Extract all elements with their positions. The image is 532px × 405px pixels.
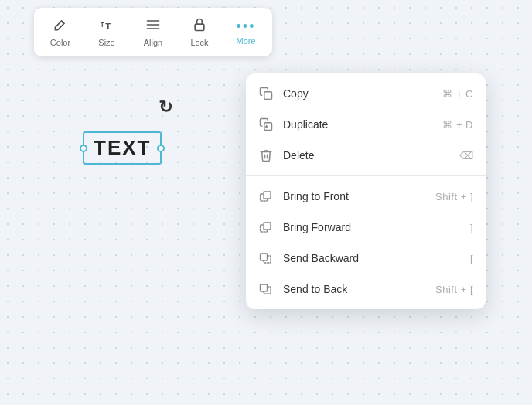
svg-rect-11 bbox=[264, 192, 271, 199]
bring-to-front-shortcut: Shift + ] bbox=[435, 191, 473, 202]
align-icon bbox=[145, 17, 161, 35]
text-content: TEXT bbox=[94, 136, 151, 159]
copy-icon bbox=[258, 86, 274, 101]
toolbar-color[interactable]: Color bbox=[37, 12, 84, 52]
svg-rect-17 bbox=[261, 284, 268, 291]
toolbar-more[interactable]: ••• More bbox=[223, 12, 269, 52]
menu-section-clipboard: Copy ⌘ + C Duplicate ⌘ + D bbox=[246, 73, 486, 175]
svg-text:T: T bbox=[105, 21, 111, 31]
send-to-back-label: Send to Back bbox=[283, 283, 426, 295]
more-label: More bbox=[236, 36, 255, 46]
send-backward-icon bbox=[258, 250, 274, 266]
svg-rect-13 bbox=[264, 223, 271, 230]
size-label: Size bbox=[98, 38, 114, 47]
menu-section-layers: Bring to Front Shift + ] Bring Forward ] bbox=[246, 175, 486, 309]
menu-item-send-to-back[interactable]: Send to Back Shift + [ bbox=[246, 274, 486, 305]
dropdown-menu: Copy ⌘ + C Duplicate ⌘ + D bbox=[246, 73, 486, 309]
menu-item-copy[interactable]: Copy ⌘ + C bbox=[246, 78, 486, 109]
handle-right[interactable] bbox=[157, 145, 165, 152]
color-label: Color bbox=[50, 38, 70, 47]
send-backward-label: Send Backward bbox=[283, 252, 461, 264]
menu-item-bring-to-front[interactable]: Bring to Front Shift + ] bbox=[246, 181, 486, 212]
delete-shortcut: ⌫ bbox=[459, 150, 474, 162]
toolbar-align[interactable]: Align bbox=[130, 12, 176, 52]
menu-item-bring-forward[interactable]: Bring Forward ] bbox=[246, 212, 486, 243]
duplicate-shortcut: ⌘ + D bbox=[442, 119, 473, 131]
lock-label: Lock bbox=[190, 38, 208, 47]
align-label: Align bbox=[144, 38, 162, 47]
copy-label: Copy bbox=[283, 87, 433, 100]
bring-forward-icon bbox=[258, 220, 274, 235]
menu-item-duplicate[interactable]: Duplicate ⌘ + D bbox=[246, 109, 486, 140]
more-icon: ••• bbox=[237, 19, 256, 33]
send-backward-shortcut: [ bbox=[470, 253, 473, 264]
toolbar: Color T T Size Align bbox=[34, 8, 272, 56]
svg-rect-5 bbox=[195, 24, 204, 30]
delete-label: Delete bbox=[283, 149, 450, 162]
copy-shortcut: ⌘ + C bbox=[442, 88, 473, 100]
bring-to-front-label: Bring to Front bbox=[283, 190, 426, 202]
menu-item-send-backward[interactable]: Send Backward [ bbox=[246, 243, 486, 274]
svg-text:T: T bbox=[101, 21, 104, 29]
menu-item-delete[interactable]: Delete ⌫ bbox=[246, 140, 486, 171]
canvas: Color T T Size Align bbox=[0, 0, 532, 405]
svg-rect-6 bbox=[264, 92, 272, 100]
bring-forward-shortcut: ] bbox=[470, 222, 473, 233]
delete-icon bbox=[258, 148, 274, 163]
send-to-back-icon bbox=[258, 281, 274, 297]
toolbar-size[interactable]: T T Size bbox=[84, 12, 130, 52]
svg-rect-15 bbox=[261, 254, 268, 260]
duplicate-label: Duplicate bbox=[283, 118, 433, 131]
bring-forward-label: Bring Forward bbox=[283, 221, 461, 233]
size-icon: T T bbox=[99, 17, 114, 35]
bring-to-front-icon bbox=[258, 189, 274, 204]
toolbar-lock[interactable]: Lock bbox=[176, 12, 223, 52]
duplicate-icon bbox=[258, 117, 274, 132]
rotate-handle[interactable]: ↻ bbox=[159, 97, 172, 117]
handle-left[interactable] bbox=[80, 145, 87, 152]
color-icon bbox=[53, 17, 68, 35]
text-element[interactable]: TEXT bbox=[83, 131, 162, 165]
send-to-back-shortcut: Shift + [ bbox=[435, 284, 473, 295]
lock-icon bbox=[192, 17, 207, 35]
